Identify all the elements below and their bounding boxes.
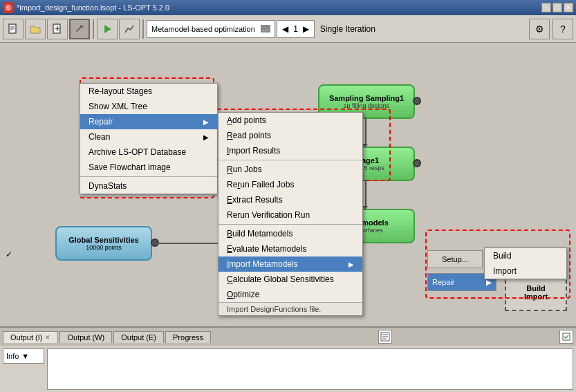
repair-add-points[interactable]: Add points bbox=[219, 113, 362, 128]
new-button[interactable] bbox=[3, 19, 24, 39]
repair-import-results[interactable]: Import Results bbox=[219, 143, 362, 158]
repair-extract-results[interactable]: Extract Results bbox=[219, 192, 362, 207]
repair-sep1 bbox=[219, 160, 362, 160]
tab-output-e[interactable]: Output (E) bbox=[113, 331, 164, 343]
title-bar: S *import_design_function.lsopt - LS-OPT… bbox=[0, 0, 576, 15]
output-area: Info ▼ bbox=[0, 346, 576, 392]
menu-repair[interactable]: Repair ▶ bbox=[80, 114, 217, 129]
repair-calc-global[interactable]: Calculate Global Sensitivities bbox=[219, 272, 362, 287]
repair-rerun-verification[interactable]: Rerun Verification Run bbox=[219, 207, 362, 223]
repair-submenu: Add points Read points Import Results Ru… bbox=[218, 112, 363, 316]
title-bar-left: S *import_design_function.lsopt - LS-OPT… bbox=[3, 2, 169, 13]
menu-clean[interactable]: Clean ▶ bbox=[80, 129, 217, 144]
info-dropdown[interactable]: Info ▼ bbox=[3, 348, 44, 364]
add-button[interactable] bbox=[47, 19, 68, 39]
title-text: *import_design_function.lsopt - LS-OPT 5… bbox=[17, 3, 169, 12]
setup-button[interactable]: Setup... bbox=[427, 250, 483, 268]
sampling-subtitle: sp filling designs bbox=[344, 102, 389, 109]
title-bar-controls: − □ ✕ bbox=[541, 3, 573, 12]
maximize-button[interactable]: □ bbox=[552, 3, 562, 12]
toolbar-right: ⚙ ? bbox=[529, 19, 573, 39]
global-subtitle: 10000 points bbox=[86, 244, 122, 251]
build-label: Build bbox=[526, 284, 546, 292]
repair-box-label: Repair bbox=[432, 278, 454, 286]
sampling-dot bbox=[413, 97, 421, 105]
repair-optimize[interactable]: Optimize bbox=[219, 287, 362, 302]
svg-text:S: S bbox=[6, 5, 10, 11]
app-icon: S bbox=[3, 2, 14, 13]
single-iteration-label: Single Iteration bbox=[316, 23, 380, 35]
arrow1 bbox=[365, 118, 366, 145]
bottom-check-icon: ✓ bbox=[3, 248, 15, 261]
tab-output-e-label: Output (E) bbox=[121, 333, 156, 342]
output-text-area[interactable] bbox=[47, 348, 573, 390]
help-button[interactable]: ? bbox=[552, 19, 573, 39]
repair-evaluate-metamodels[interactable]: Evaluate Metamodels bbox=[219, 241, 362, 256]
tab-output-i[interactable]: Output (I) ✕ bbox=[3, 331, 58, 343]
open-button[interactable] bbox=[25, 19, 46, 39]
bottom-panel: Output (I) ✕ Output (W) Output (E) Progr… bbox=[0, 326, 576, 392]
mode-selector[interactable]: Metamodel-based optimization ... bbox=[147, 20, 275, 38]
chart-button[interactable] bbox=[119, 19, 140, 39]
iteration-box: ◀ 1 ▶ bbox=[277, 20, 315, 38]
stage-dot bbox=[413, 159, 421, 167]
output-tabs: Output (I) ✕ Output (W) Output (E) Progr… bbox=[0, 328, 576, 346]
import-meta-arrow: ▶ bbox=[349, 261, 354, 268]
import-label: Import bbox=[524, 292, 548, 301]
tools-button[interactable] bbox=[69, 19, 90, 39]
main-context-menu: Re-layout Stages Show XML Tree Repair ▶ … bbox=[80, 83, 218, 194]
clean-submenu-arrow: ▶ bbox=[203, 133, 209, 141]
menu-archive[interactable]: Archive LS-OPT Database bbox=[80, 144, 217, 160]
minimize-button[interactable]: − bbox=[541, 3, 551, 12]
dropdown-arrow: ▼ bbox=[21, 352, 29, 360]
tab-output-w-label: Output (W) bbox=[67, 333, 104, 342]
tab-progress-label: Progress bbox=[173, 333, 203, 342]
import-metamodels-submenu: Build Import bbox=[484, 248, 567, 279]
tab-icon2[interactable] bbox=[559, 330, 573, 344]
node-global[interactable]: Global Sensitivities 10000 points bbox=[55, 226, 152, 261]
global-title: Global Sensitivities bbox=[68, 236, 138, 244]
tab-progress[interactable]: Progress bbox=[165, 331, 211, 343]
mode-label: Metamodel-based optimization bbox=[151, 25, 255, 33]
repair-build-metamodels[interactable]: Build Metamodels bbox=[219, 226, 362, 241]
tab-output-w[interactable]: Output (W) bbox=[59, 331, 112, 343]
repair-import-metamodels[interactable]: Import Metamodels ▶ bbox=[219, 256, 362, 272]
arrow2 bbox=[365, 180, 366, 207]
menu-xml-tree[interactable]: Show XML Tree bbox=[80, 99, 217, 114]
repair-rerun-failed[interactable]: Rerun Failed Jobs bbox=[219, 177, 362, 192]
menu-relayout[interactable]: Re-layout Stages bbox=[80, 84, 217, 99]
settings-button[interactable]: ⚙ bbox=[529, 19, 550, 39]
repair-run-jobs[interactable]: Run Jobs bbox=[219, 162, 362, 177]
prev-iter-button[interactable]: ◀ bbox=[280, 24, 290, 34]
tab-output-i-close[interactable]: ✕ bbox=[45, 334, 50, 341]
submenu-import[interactable]: Import bbox=[485, 263, 566, 279]
close-button[interactable]: ✕ bbox=[564, 3, 573, 12]
menu-dynastats[interactable]: DynaStats bbox=[80, 178, 217, 194]
menu-separator bbox=[80, 176, 217, 177]
iter-value[interactable]: 1 bbox=[290, 24, 301, 34]
separator1 bbox=[93, 19, 94, 39]
repair-read-points[interactable]: Read points bbox=[219, 128, 362, 143]
status-message: Import DesignFunctions file. bbox=[219, 302, 362, 315]
next-iter-button[interactable]: ▶ bbox=[301, 24, 311, 34]
menu-save-flowchart[interactable]: Save Flowchart image bbox=[80, 160, 217, 175]
run-button[interactable] bbox=[97, 19, 118, 39]
toolbar: Metamodel-based optimization ... ◀ 1 ▶ S… bbox=[0, 15, 576, 43]
svg-marker-9 bbox=[104, 25, 111, 33]
tab-output-i-label: Output (I) bbox=[10, 333, 42, 342]
submenu-build[interactable]: Build bbox=[485, 248, 566, 263]
sampling-title: Sampling Sampling1 bbox=[329, 94, 404, 102]
repair-sep2 bbox=[219, 224, 362, 225]
info-label: Info bbox=[6, 352, 19, 360]
main-content: Sampling Sampling1 sp filling designs St… bbox=[0, 43, 576, 326]
tab-checkbox[interactable] bbox=[378, 330, 392, 344]
repair-submenu-arrow: ▶ bbox=[203, 118, 209, 126]
separator2 bbox=[142, 19, 144, 39]
canvas-area: Sampling Sampling1 sp filling designs St… bbox=[0, 43, 576, 326]
mode-dots[interactable]: ... bbox=[261, 25, 270, 32]
